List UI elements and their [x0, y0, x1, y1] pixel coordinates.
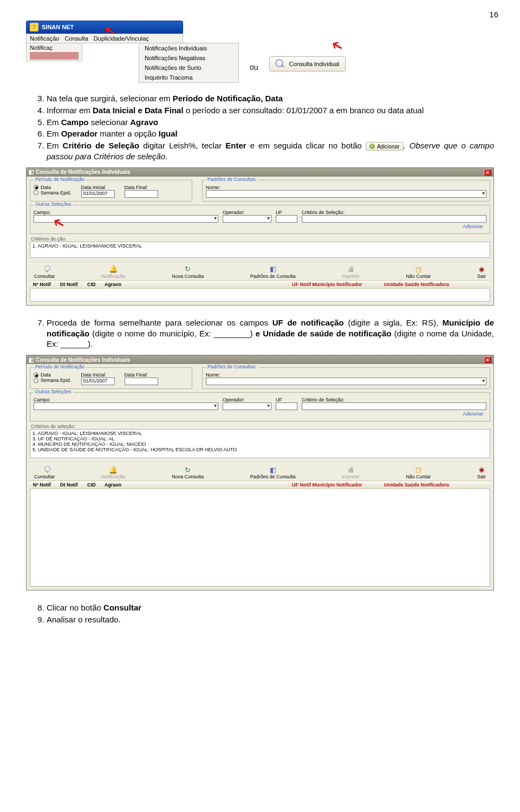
dlg-icon: ◧ [29, 169, 34, 175]
menu-notificacao[interactable]: Notificação [30, 35, 59, 42]
pattern-icon: ◧ [250, 265, 296, 274]
app-mock: 7 SINAN NET Notificação Consulta Duplici… [26, 21, 239, 83]
pattern-icon: ◧ [250, 465, 296, 474]
dialog-consulta-1: ◧Consulta de Notificações Individuais X … [26, 167, 494, 306]
consulta-individual-label: Consulta Individual [289, 61, 340, 67]
lbl-nome: Nome: [206, 372, 486, 378]
legend-periodo: Período de Notificação [34, 364, 86, 369]
tool-nao-contar[interactable]: ◳Não Contar [406, 465, 431, 479]
refresh-icon: ↻ [172, 265, 204, 274]
lbl-uf: UF [276, 210, 297, 215]
radio-semana[interactable]: Semana Epid. [34, 378, 72, 383]
app-title: SINAN NET [42, 24, 74, 30]
lbl-campo: Campo: [34, 210, 218, 215]
instructions-block-1: Na tela que surgirá, selecionar em Perío… [26, 93, 494, 162]
tool-notificacao: 🔔Notificação [101, 265, 126, 279]
dialog-toolbar: Consultar 🔔Notificação ↻Nova Consulta ◧P… [27, 261, 493, 280]
search-icon [275, 59, 285, 69]
legend-outras: Outras Seleções [34, 202, 73, 207]
tool-consultar[interactable]: Consultar [34, 465, 55, 479]
criteria-item: 1. AGRAVO - IGUAL: LEISHMANIOSE VISCERAL [32, 431, 487, 436]
refresh-icon: ↻ [172, 465, 204, 474]
tool-sair[interactable]: ◉Sair [477, 265, 486, 279]
input-data-inicial[interactable]: 01/01/2007 [81, 190, 115, 198]
dropdown-negativas[interactable]: Notificações Negativas [139, 53, 238, 63]
page-number: 16 [489, 10, 498, 19]
crit-legend: Critérios de seleção: [27, 421, 493, 429]
search-icon [41, 466, 48, 473]
print-icon: 🖨 [342, 465, 360, 474]
dialog-titlebar: ◧Consulta de Notificações Individuais X [27, 168, 493, 177]
stop-icon: ◉ [477, 465, 486, 474]
top-row: 7 SINAN NET Notificação Consulta Duplici… [26, 21, 494, 83]
select-nome[interactable] [206, 378, 486, 385]
legend-padroes: Padrões de Consultas: [206, 177, 258, 182]
step-6: Em Operador manter a opção Igual [47, 128, 494, 139]
criteria-item: 3. UF DE NOTIFICAÇÃO - IGUAL: AL [32, 436, 487, 441]
lbl-campo: Campo: [34, 397, 218, 402]
tool-imprimir: 🖨Imprimir [342, 265, 360, 279]
dropdown-surto[interactable]: Notificações de Surto [139, 63, 238, 73]
radio-data[interactable]: Data [34, 372, 72, 378]
tool-consultar[interactable]: Consultar [34, 265, 55, 279]
lbl-data-inicial: Data Inicial [81, 372, 115, 378]
input-data-inicial[interactable]: 01/01/2007 [81, 378, 115, 385]
step-9: Analisar o resultado. [47, 614, 494, 625]
step-7b: Proceda de forma semelhante para selecio… [47, 317, 494, 349]
link-adicionar[interactable]: Adicionar [34, 223, 486, 230]
input-data-final[interactable] [125, 190, 158, 198]
link-adicionar[interactable]: Adicionar [34, 410, 486, 418]
adicionar-button[interactable]: Adicionar [366, 142, 404, 151]
tool-padroes[interactable]: ◧Padrões de Consulta [250, 265, 296, 279]
tab-strip: Notificaç [26, 43, 82, 61]
instructions-block-3: Clicar no botão Consultar Analisar o res… [26, 602, 494, 625]
dropdown-individuais[interactable]: Notificações Individuais [139, 43, 238, 53]
input-criterio[interactable] [302, 402, 486, 410]
tab-filler [30, 52, 79, 60]
crit-legend: Critérios de ção: [27, 234, 493, 242]
consulta-individual-button[interactable]: Consulta Individual ➔ [269, 56, 346, 72]
input-criterio[interactable] [302, 215, 486, 223]
criteria-item: 5. UNIDADE DE SAÚDE DE NOTIFICAÇÃO - IGU… [32, 447, 487, 452]
lbl-data-final: Data Final: [125, 185, 158, 190]
legend-padroes: Padrões de Consultas: [206, 364, 258, 369]
fs-padroes: Padrões de Consultas: Nome: [202, 367, 490, 389]
tool-nova-consulta[interactable]: ↻Nova Consulta [172, 265, 204, 279]
step-7: Em Critério de Seleção digitar Leish%, t… [47, 140, 494, 162]
tool-padroes[interactable]: ◧Padrões de Consulta [250, 465, 296, 479]
plus-icon [369, 144, 375, 149]
tool-nova-consulta[interactable]: ↻Nova Consulta [172, 465, 204, 479]
dropdown-tracoma[interactable]: Inquérito Tracoma [139, 73, 238, 82]
tabs-column: Notificaç [26, 43, 82, 83]
tool-nao-contar[interactable]: ◳Não Contar [406, 265, 431, 279]
fs-outras: Outras Seleções Campo: Operador: UF Crit… [30, 205, 490, 234]
input-data-final[interactable] [125, 378, 158, 385]
lbl-data-inicial: Data Inicial [81, 185, 115, 190]
close-icon[interactable]: X [484, 356, 491, 363]
select-campo[interactable] [34, 402, 218, 410]
radio-data[interactable]: Data [34, 185, 72, 190]
criteria-item: 4. MUNCÍPIO DE NOTIFICAÇÃO - IGUAL: MACE… [32, 441, 487, 447]
select-operador[interactable] [223, 402, 271, 410]
legend-outras: Outras Seleções [34, 389, 73, 394]
arrow-icon: ➔ [327, 36, 346, 56]
tool-sair[interactable]: ◉Sair [477, 465, 486, 479]
search-icon [41, 265, 48, 273]
select-operador[interactable] [223, 215, 271, 223]
lbl-operador: Operador: [223, 210, 271, 215]
radio-semana[interactable]: Semana Epid. [34, 190, 72, 196]
bell-icon: 🔔 [101, 265, 126, 274]
dropdown-menu: Notificações Individuais Notificações Ne… [139, 43, 239, 83]
input-uf[interactable] [276, 402, 297, 410]
results-header: Nº Notif Dt Notif CID Agravo UF Notif Mu… [30, 280, 490, 289]
tab-notificac[interactable]: Notificaç [30, 44, 53, 51]
close-icon[interactable]: X [484, 169, 491, 176]
menu-consulta[interactable]: Consulta [64, 35, 88, 42]
ou-label: ou [250, 63, 258, 72]
input-uf[interactable] [276, 215, 297, 223]
dialog-consulta-2: ◧Consulta de Notificações Individuais X … [26, 355, 494, 590]
criteria-item: 1. AGRAVO - IGUAL: LEISHMANIOSE VISCERAL [32, 243, 487, 249]
criteria-list: 1. AGRAVO - IGUAL: LEISHMANIOSE VISCERAL [30, 242, 490, 258]
select-nome[interactable] [206, 190, 486, 198]
results-area [30, 289, 490, 302]
